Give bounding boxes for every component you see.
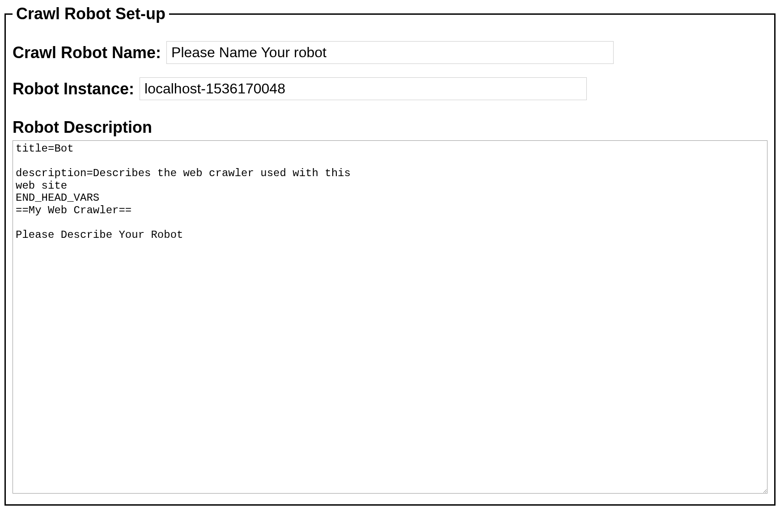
robot-description-heading: Robot Description xyxy=(13,118,767,137)
robot-description-textarea[interactable] xyxy=(13,140,767,494)
robot-name-label: Crawl Robot Name: xyxy=(13,43,161,62)
robot-instance-row: Robot Instance: xyxy=(13,77,767,100)
fieldset-legend: Crawl Robot Set-up xyxy=(13,4,169,23)
crawl-robot-setup-fieldset: Crawl Robot Set-up Crawl Robot Name: Rob… xyxy=(4,4,776,506)
robot-instance-label: Robot Instance: xyxy=(13,80,134,98)
robot-name-row: Crawl Robot Name: xyxy=(13,41,767,64)
robot-name-input[interactable] xyxy=(166,41,614,64)
robot-instance-input[interactable] xyxy=(140,77,587,100)
